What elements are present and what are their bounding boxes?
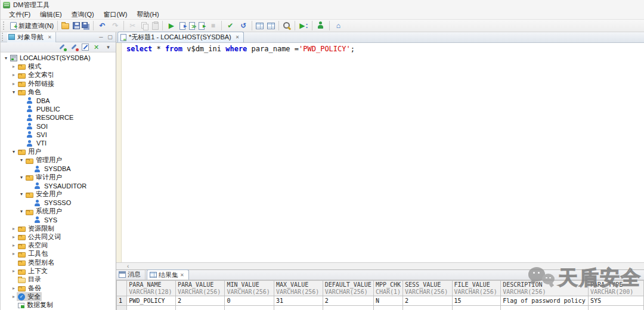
tree-item[interactable]: ▸模式 — [1, 62, 116, 70]
column-header[interactable]: MIN_VALUEVARCHAR(256) — [225, 281, 274, 296]
continue-execution-button[interactable]: ▶ — [297, 20, 310, 32]
menu-edit[interactable]: 编辑(E) — [35, 10, 67, 19]
tree-item[interactable]: ▸公共同义词 — [1, 232, 116, 241]
tree-item[interactable]: ▸工具包 — [1, 250, 116, 258]
tree-item[interactable]: SYSAUDITOR — [1, 181, 116, 190]
cell[interactable]: 15 — [452, 296, 501, 306]
stop-button[interactable]: ■ — [206, 20, 219, 32]
find-object-button[interactable] — [281, 20, 293, 31]
rollback-button[interactable]: ↺ — [237, 20, 250, 32]
editor-hscrollbar[interactable]: ‹ — [116, 262, 644, 269]
collapse-arrow[interactable]: ▾ — [18, 175, 24, 180]
expand-arrow[interactable]: ▸ — [11, 294, 17, 299]
execute-explain-button[interactable] — [197, 21, 206, 31]
disconnect-icon[interactable] — [70, 43, 79, 51]
tree-item[interactable]: ▾系统用户 — [1, 207, 116, 215]
expand-arrow[interactable]: ▸ — [11, 234, 17, 240]
collapse-arrow[interactable]: ▾ — [18, 209, 24, 214]
tree-item[interactable]: SYS — [1, 216, 116, 224]
tree-item[interactable]: 数据复制 — [1, 301, 116, 309]
tree-item[interactable]: SYSDBA — [1, 165, 116, 173]
minimize-panel-icon[interactable]: ─ — [98, 34, 104, 40]
collapse-arrow[interactable]: ▾ — [3, 55, 9, 61]
close-icon[interactable]: ✕ — [48, 35, 52, 40]
tree-item[interactable]: ▸外部链接 — [1, 79, 116, 88]
tree-item[interactable]: ▸备份 — [1, 284, 116, 292]
cell[interactable]: Flag of password policy — [501, 296, 589, 306]
sql-editor[interactable]: select * from v$dm_ini where para_name =… — [116, 43, 644, 262]
table-row[interactable]: 1PWD_POLICY20312N215Flag of password pol… — [117, 296, 644, 306]
collapse-arrow[interactable]: ▾ — [11, 149, 17, 154]
home-button[interactable]: ⌂ — [332, 20, 345, 32]
cell[interactable]: 0 — [225, 296, 274, 306]
tree-item[interactable]: ▾安全用户 — [1, 190, 116, 199]
tree-item[interactable]: SYSSSO — [1, 199, 116, 207]
save-all-button[interactable] — [82, 23, 91, 29]
collapse-all-icon[interactable]: ✕ — [92, 43, 101, 51]
menu-file[interactable]: 文件(F) — [4, 10, 35, 19]
close-icon[interactable]: ✕ — [180, 272, 184, 278]
tree-item[interactable]: VTI — [1, 139, 116, 147]
cell[interactable]: N — [373, 296, 402, 306]
tree-item[interactable]: PUBLIC — [1, 105, 116, 113]
tree-item[interactable]: 目录 — [1, 275, 116, 284]
expand-arrow[interactable]: ▸ — [11, 64, 17, 69]
collapse-arrow[interactable]: ▾ — [18, 191, 24, 197]
cut-button[interactable]: ✂ — [126, 20, 139, 32]
tree-item[interactable]: ▾角色 — [1, 88, 116, 96]
redo-button[interactable]: ↷ — [109, 20, 122, 32]
expand-arrow[interactable]: ▸ — [11, 226, 17, 231]
cell[interactable]: PWD_POLICY — [127, 296, 176, 306]
column-header[interactable]: DEFAULT_VALUEVARCHAR(256) — [323, 281, 373, 296]
open-button[interactable] — [60, 21, 71, 30]
view-menu-icon[interactable]: ▾ — [104, 43, 113, 51]
connect-icon[interactable] — [58, 43, 67, 51]
cell[interactable]: SYS — [589, 296, 644, 306]
column-header[interactable]: FILE_VALUEVARCHAR(256) — [452, 281, 501, 296]
column-header[interactable]: PARA_VALUEVARCHAR(256) — [175, 281, 225, 296]
menu-help[interactable]: 帮助(H) — [132, 10, 163, 19]
scroll-left-icon[interactable]: ‹ — [116, 264, 129, 269]
tree-item[interactable]: ▸资源限制 — [1, 224, 116, 232]
tab-resultset[interactable]: 结果集✕ — [147, 269, 189, 280]
commit-button[interactable]: ✔ — [224, 20, 237, 32]
expand-arrow[interactable]: ▸ — [11, 286, 17, 291]
cell[interactable]: 31 — [274, 296, 323, 306]
expand-arrow[interactable]: ▸ — [11, 72, 17, 78]
cell[interactable]: 2 — [323, 296, 373, 306]
execute-button[interactable]: ▶ — [165, 20, 178, 32]
tree-item[interactable]: ▾LOCALHOST(SYSDBA) — [1, 54, 116, 62]
cell[interactable]: 2 — [175, 296, 225, 306]
column-header[interactable]: MPP_CHKCHAR(1) — [373, 281, 402, 296]
collapse-arrow[interactable]: ▾ — [18, 157, 24, 163]
column-header[interactable]: PARA_TYPEVARCHAR(200) — [589, 281, 644, 296]
menu-query[interactable]: 查询(Q) — [67, 10, 99, 19]
expand-arrow[interactable]: ▸ — [11, 81, 17, 86]
tree-item[interactable]: ▸上下文 — [1, 266, 116, 275]
column-header[interactable]: MAX_VALUEVARCHAR(256) — [274, 281, 323, 296]
expand-arrow[interactable]: ▸ — [11, 243, 17, 248]
close-icon[interactable]: ✕ — [236, 35, 240, 40]
edit-connection-icon[interactable] — [82, 44, 89, 51]
expand-arrow[interactable]: ▸ — [11, 268, 17, 274]
column-header[interactable]: SESS_VALUEVARCHAR(256) — [403, 281, 453, 296]
statistics-button[interactable] — [265, 21, 277, 30]
tree-item[interactable]: RESOURCE — [1, 113, 116, 122]
tree-item[interactable]: SOI — [1, 122, 116, 130]
tree-item[interactable]: DBA — [1, 96, 116, 104]
tree-item[interactable]: ▸安全 — [1, 292, 116, 300]
tree-item[interactable]: ▾用户 — [1, 147, 116, 156]
column-header[interactable]: PARA_NAMEVARCHAR(128) — [127, 281, 176, 296]
tree-item[interactable]: ▸表空间 — [1, 241, 116, 250]
cell[interactable]: 2 — [403, 296, 453, 306]
tree-item[interactable]: ▸全文索引 — [1, 71, 116, 79]
new-query-button[interactable]: 新建查询(N) — [8, 20, 55, 32]
row-number[interactable]: 1 — [117, 296, 127, 306]
paste-button[interactable] — [150, 21, 160, 31]
tab-object-navigator[interactable]: 对象导航 ✕ — [7, 32, 56, 42]
query-plan-button[interactable] — [254, 21, 265, 30]
tree-item[interactable]: 类型别名 — [1, 258, 116, 266]
undo-button[interactable]: ↶ — [95, 20, 109, 32]
execute-script-button[interactable] — [178, 21, 187, 31]
tree-item[interactable]: ▾审计用户 — [1, 173, 116, 181]
